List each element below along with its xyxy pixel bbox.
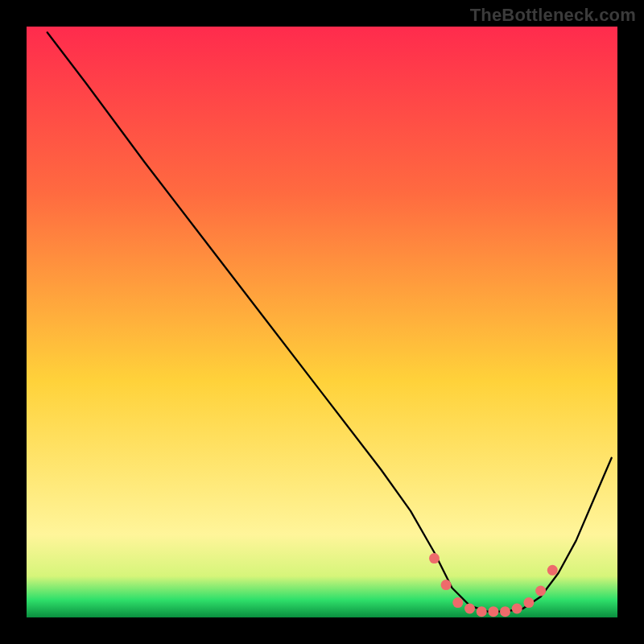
trough-dot [488,606,498,617]
trough-dot [512,604,522,614]
trough-dot [429,553,440,564]
bottleneck-chart [0,0,644,644]
trough-dot [477,606,487,617]
plot-area [27,27,617,617]
trough-dot [452,597,463,608]
trough-dot [547,565,558,576]
trough-dot [441,580,452,590]
trough-dot [464,604,475,614]
watermark-text: TheBottleneck.com [470,5,636,26]
trough-dot [500,606,510,617]
chart-frame: TheBottleneck.com [0,0,644,644]
trough-dot [523,597,534,608]
trough-dot [535,586,546,597]
